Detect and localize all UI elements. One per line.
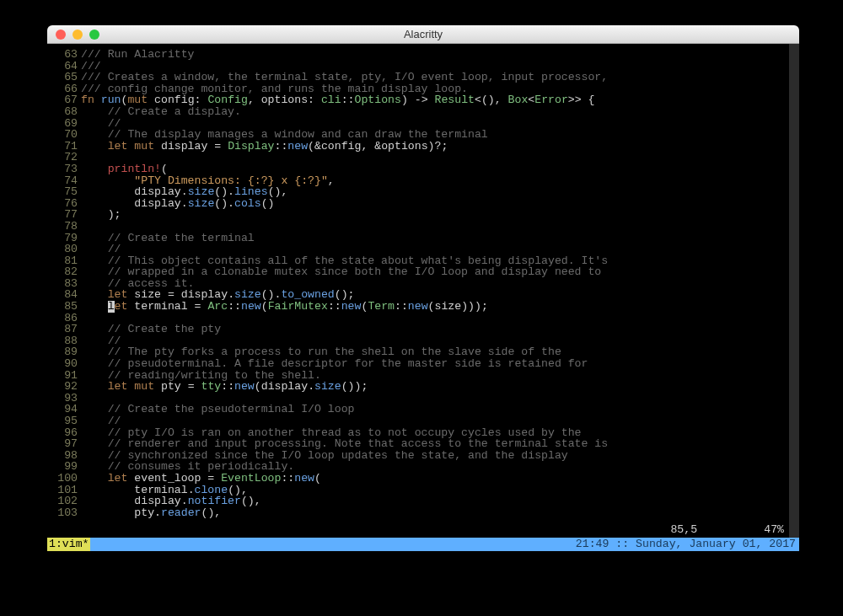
line-content[interactable] xyxy=(81,221,799,233)
line-number: 75 xyxy=(47,186,81,198)
code-line[interactable]: 93 xyxy=(47,393,799,404)
code-line[interactable]: 74 "PTY Dimensions: {:?} x {:?}", xyxy=(47,175,799,187)
code-line[interactable]: 89 // The pty forks a process to run the… xyxy=(47,346,799,358)
code-line[interactable]: 84 let size = display.size().to_owned(); xyxy=(47,289,799,301)
code-line[interactable]: 99 // consumes it periodically. xyxy=(47,461,799,473)
window-title: Alacritty xyxy=(47,29,799,40)
code-line[interactable]: 67fn run(mut config: Config, options: cl… xyxy=(47,94,799,106)
code-line[interactable]: 101 terminal.clone(), xyxy=(47,485,799,496)
line-content[interactable]: let mut display = Display::new(&config, … xyxy=(81,141,799,153)
line-content[interactable]: /// config change monitor, and runs the … xyxy=(81,83,799,95)
code-line[interactable]: 75 display.size().lines(), xyxy=(47,186,799,198)
code-line[interactable]: 64/// xyxy=(47,61,799,72)
line-content[interactable]: println!( xyxy=(81,163,799,175)
line-content[interactable] xyxy=(81,313,799,324)
line-content[interactable]: display.size().lines(), xyxy=(81,186,799,198)
code-line[interactable]: 86 xyxy=(47,313,799,324)
line-content[interactable]: // Create the pseudoterminal I/O loop xyxy=(81,404,799,415)
line-content[interactable]: ); xyxy=(81,209,799,221)
line-content[interactable]: pty.reader(), xyxy=(81,507,799,519)
line-number: 93 xyxy=(47,393,81,404)
line-content[interactable]: let size = display.size().to_owned(); xyxy=(81,289,799,301)
line-content[interactable]: display.size().cols() xyxy=(81,198,799,210)
code-line[interactable]: 83 // access it. xyxy=(47,278,799,290)
code-line[interactable]: 91 // reading/writing to the shell. xyxy=(47,370,799,382)
line-content[interactable]: let terminal = Arc::new(FairMutex::new(T… xyxy=(81,301,799,313)
line-number: 95 xyxy=(47,415,81,427)
code-line[interactable]: 68 // Create a display. xyxy=(47,106,799,118)
close-icon[interactable] xyxy=(56,29,66,40)
scrollbar[interactable] xyxy=(789,44,799,551)
line-number: 82 xyxy=(47,266,81,278)
line-content[interactable]: // pty I/O is ran on another thread as t… xyxy=(81,427,799,439)
line-content[interactable] xyxy=(81,152,799,163)
line-content[interactable]: // wrapped in a clonable mutex since bot… xyxy=(81,266,799,278)
code-line[interactable]: 87 // Create the pty xyxy=(47,324,799,335)
maximize-icon[interactable] xyxy=(89,29,99,40)
code-line[interactable]: 65/// Creates a window, the terminal sta… xyxy=(47,72,799,83)
code-line[interactable]: 85 let terminal = Arc::new(FairMutex::ne… xyxy=(47,301,799,313)
code-line[interactable]: 103 pty.reader(), xyxy=(47,507,799,519)
code-line[interactable]: 76 display.size().cols() xyxy=(47,198,799,210)
code-line[interactable]: 94 // Create the pseudoterminal I/O loop xyxy=(47,404,799,415)
line-number: 101 xyxy=(47,485,81,496)
line-content[interactable]: let event_loop = EventLoop::new( xyxy=(81,473,799,485)
code-line[interactable]: 98 // synchronized since the I/O loop up… xyxy=(47,450,799,462)
code-line[interactable]: 73 println!( xyxy=(47,163,799,175)
code-area[interactable]: 63/// Run Alacritty64///65/// Creates a … xyxy=(47,49,799,518)
code-line[interactable]: 88 // xyxy=(47,335,799,347)
line-content[interactable]: "PTY Dimensions: {:?} x {:?}", xyxy=(81,175,799,187)
line-number: 96 xyxy=(47,427,81,439)
line-content[interactable]: // pseudoterminal. A file descriptor for… xyxy=(81,358,799,370)
terminal-viewport[interactable]: 63/// Run Alacritty64///65/// Creates a … xyxy=(47,44,799,551)
line-content[interactable]: // access it. xyxy=(81,278,799,290)
code-line[interactable]: 81 // This object contains all of the st… xyxy=(47,255,799,267)
line-content[interactable]: /// xyxy=(81,61,799,72)
code-line[interactable]: 97 // renderer and input processing. Not… xyxy=(47,438,799,450)
line-content[interactable]: terminal.clone(), xyxy=(81,485,799,496)
line-content[interactable]: // renderer and input processing. Note t… xyxy=(81,438,799,450)
line-content[interactable]: // synchronized since the I/O loop updat… xyxy=(81,450,799,462)
titlebar[interactable]: Alacritty xyxy=(47,25,799,44)
code-line[interactable]: 66/// config change monitor, and runs th… xyxy=(47,83,799,95)
line-content[interactable]: let mut pty = tty::new(display.size()); xyxy=(81,381,799,393)
line-content[interactable]: /// Creates a window, the terminal state… xyxy=(81,72,799,83)
code-line[interactable]: 102 display.notifier(), xyxy=(47,495,799,507)
line-number: 69 xyxy=(47,118,81,130)
line-content[interactable]: // Create the pty xyxy=(81,324,799,335)
line-content[interactable]: fn run(mut config: Config, options: cli:… xyxy=(81,94,799,106)
line-content[interactable] xyxy=(81,393,799,404)
code-line[interactable]: 63/// Run Alacritty xyxy=(47,49,799,61)
code-line[interactable]: 80 // xyxy=(47,244,799,255)
code-line[interactable]: 100 let event_loop = EventLoop::new( xyxy=(47,473,799,485)
line-content[interactable]: // Create the terminal xyxy=(81,233,799,244)
code-line[interactable]: 82 // wrapped in a clonable mutex since … xyxy=(47,266,799,278)
code-line[interactable]: 72 xyxy=(47,152,799,163)
line-content[interactable]: /// Run Alacritty xyxy=(81,49,799,61)
code-line[interactable]: 71 let mut display = Display::new(&confi… xyxy=(47,141,799,153)
line-content[interactable]: // xyxy=(81,118,799,130)
code-line[interactable]: 70 // The display manages a window and c… xyxy=(47,129,799,141)
code-line[interactable]: 96 // pty I/O is ran on another thread a… xyxy=(47,427,799,439)
line-content[interactable]: display.notifier(), xyxy=(81,495,799,507)
line-content[interactable]: // xyxy=(81,244,799,255)
line-number: 87 xyxy=(47,324,81,335)
code-line[interactable]: 77 ); xyxy=(47,209,799,221)
code-line[interactable]: 78 xyxy=(47,221,799,233)
line-content[interactable]: // This object contains all of the state… xyxy=(81,255,799,267)
line-content[interactable]: // consumes it periodically. xyxy=(81,461,799,473)
line-number: 65 xyxy=(47,72,81,83)
code-line[interactable]: 79 // Create the terminal xyxy=(47,233,799,244)
minimize-icon[interactable] xyxy=(72,29,83,40)
line-content[interactable]: // The display manages a window and can … xyxy=(81,129,799,141)
code-line[interactable]: 92 let mut pty = tty::new(display.size()… xyxy=(47,381,799,393)
line-content[interactable]: // The pty forks a process to run the sh… xyxy=(81,346,799,358)
line-content[interactable]: // reading/writing to the shell. xyxy=(81,370,799,382)
line-content[interactable]: // xyxy=(81,335,799,347)
code-line[interactable]: 90 // pseudoterminal. A file descriptor … xyxy=(47,358,799,370)
code-line[interactable]: 69 // xyxy=(47,118,799,130)
line-number: 76 xyxy=(47,198,81,210)
code-line[interactable]: 95 // xyxy=(47,415,799,427)
line-content[interactable]: // Create a display. xyxy=(81,106,799,118)
line-content[interactable]: // xyxy=(81,415,799,427)
